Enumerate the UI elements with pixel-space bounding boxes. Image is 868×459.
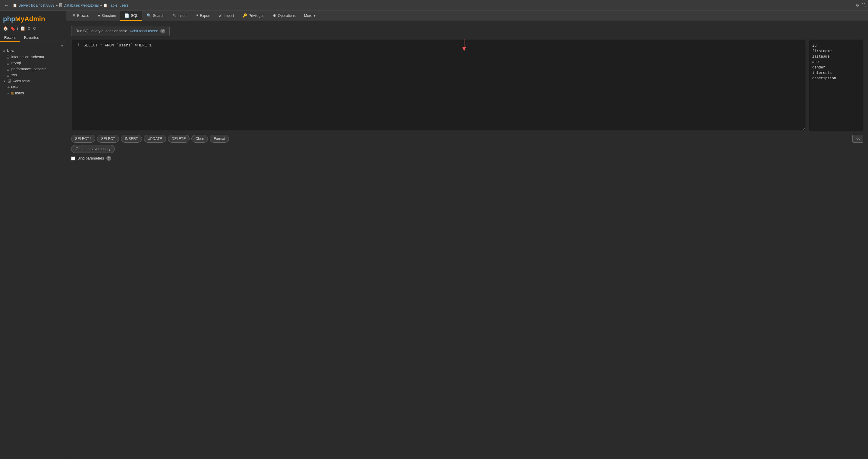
tab-more[interactable]: More ▾ — [300, 11, 320, 21]
browse-tab-icon: ⊞ — [72, 13, 76, 18]
expand-icon[interactable]: ⛶ — [862, 3, 866, 7]
settings-icon[interactable]: ⚙ — [27, 26, 31, 31]
docs-icon[interactable]: 📋 — [20, 26, 25, 31]
sidebar-item-new-global-label: New — [7, 49, 14, 53]
plus-icon-sys: + — [3, 74, 5, 77]
clear-button[interactable]: Clear — [191, 135, 208, 143]
breadcrumb: 📋 Server: localhost:8889 » 🗄 Database: w… — [13, 3, 128, 7]
column-item-lastname[interactable]: lastname — [812, 54, 860, 59]
sidebar-tabs: Recent Favorites — [0, 34, 66, 42]
auto-save-query-button[interactable]: Get auto-saved query — [71, 145, 115, 153]
tab-privileges[interactable]: 🔑 Privileges — [238, 11, 269, 21]
insert-button[interactable]: INSERT — [121, 135, 142, 143]
tab-structure[interactable]: ≡ Structure — [93, 11, 120, 21]
query-header: Run SQL query/queries on table webtutori… — [71, 26, 170, 36]
refresh-icon[interactable]: ↻ — [33, 26, 36, 31]
tab-structure-label: Structure — [101, 13, 116, 18]
sidebar: phpMyAdmin 🏠 🔖 ℹ 📋 ⚙ ↻ Recent Favorites … — [0, 11, 66, 459]
sql-tab-icon: 📄 — [124, 13, 129, 18]
topbar-settings: ⚙ ⛶ — [856, 3, 866, 7]
tab-operations[interactable]: ⚙ Operations — [269, 11, 300, 21]
sidebar-item-new-webtutorial-label: New — [11, 85, 19, 89]
db-icon-info: 🗄 — [6, 55, 10, 59]
bind-params-checkbox[interactable] — [71, 156, 75, 161]
tab-import[interactable]: ↙ Import — [215, 11, 238, 21]
main-layout: phpMyAdmin 🏠 🔖 ℹ 📋 ⚙ ↻ Recent Favorites … — [0, 11, 868, 459]
column-item-interests[interactable]: interests — [812, 70, 860, 76]
columns-panel: id firstname lastname age gender interes… — [809, 40, 863, 131]
db-icon-webtutorial: 🗄 — [7, 79, 11, 83]
info-icon[interactable]: ℹ — [17, 26, 19, 31]
logo-php: php — [3, 15, 15, 23]
plus-icon-perf: + — [3, 67, 5, 71]
sidebar-icons: 🏠 🔖 ℹ 📋 ⚙ ↻ — [3, 25, 63, 33]
bookmark-icon[interactable]: 🔖 — [10, 26, 15, 31]
gear-icon[interactable]: ⚙ — [856, 3, 859, 7]
column-item-firstname[interactable]: firstname — [812, 49, 860, 54]
import-tab-icon: ↙ — [219, 13, 222, 18]
bind-params-help-icon[interactable]: ? — [106, 156, 111, 161]
nav-prev-button[interactable]: << — [852, 135, 863, 143]
tab-sql[interactable]: 📄 SQL — [120, 11, 142, 21]
query-header-table-ref: webtutorial.users: — [130, 29, 158, 33]
sidebar-item-webtutorial[interactable]: ▼ 🗄 webtutorial — [0, 78, 66, 84]
sidebar-tab-favorites[interactable]: Favorites — [20, 34, 43, 41]
column-item-id[interactable]: id — [812, 43, 860, 49]
privileges-tab-icon: 🔑 — [242, 13, 247, 18]
more-chevron-icon: ▾ — [314, 13, 315, 18]
db-icon-mysql: 🗄 — [6, 61, 10, 65]
sidebar-item-sys-label: sys — [11, 73, 17, 77]
sidebar-item-new-webtutorial[interactable]: ⊕ New — [0, 84, 66, 90]
breadcrumb-icon: 📋 — [13, 3, 17, 7]
db-icon-perf: 🗄 — [6, 67, 10, 71]
topbar: ← 📋 Server: localhost:8889 » 🗄 Database:… — [0, 0, 868, 11]
column-item-age[interactable]: age — [812, 59, 860, 65]
plus-icon-users: + — [7, 92, 9, 95]
table-link[interactable]: Table: users — [109, 3, 128, 7]
sidebar-tab-recent[interactable]: Recent — [0, 34, 20, 41]
sidebar-item-new-global[interactable]: ⊕ New — [0, 48, 66, 54]
update-button[interactable]: UPDATE — [144, 135, 166, 143]
query-help-icon[interactable]: ? — [160, 29, 165, 33]
home-icon[interactable]: 🏠 — [3, 26, 8, 31]
tab-export[interactable]: ↗ Export — [191, 11, 215, 21]
sidebar-item-sys[interactable]: + 🗄 sys — [0, 72, 66, 78]
column-item-description[interactable]: description — [812, 76, 860, 81]
insert-tab-icon: ✎ — [173, 13, 176, 18]
expand-icon-webtutorial: ▼ — [3, 80, 6, 83]
select-button[interactable]: SELECT — [97, 135, 119, 143]
tab-more-label: More — [304, 13, 312, 18]
tab-search[interactable]: 🔍 Search — [142, 11, 168, 21]
sidebar-item-information-schema[interactable]: + 🗄 information_schema — [0, 54, 66, 60]
nav-tabs: ⊞ Browse ≡ Structure 📄 SQL 🔍 Search ✎ In… — [66, 11, 868, 21]
db-icon-sys: 🗄 — [6, 73, 10, 77]
sql-toolbar: SELECT * SELECT INSERT UPDATE DELETE Cle… — [71, 135, 863, 143]
select-star-button[interactable]: SELECT * — [71, 135, 95, 143]
search-tab-icon: 🔍 — [147, 13, 151, 18]
content-area: ⊞ Browse ≡ Structure 📄 SQL 🔍 Search ✎ In… — [66, 11, 868, 459]
table-icon-users: ▤ — [10, 91, 13, 95]
operations-tab-icon: ⚙ — [273, 13, 276, 18]
sidebar-item-mysql[interactable]: + 🗄 mysql — [0, 60, 66, 66]
back-button[interactable]: ← — [2, 2, 11, 9]
column-item-gender[interactable]: gender — [812, 65, 860, 70]
tab-import-label: Import — [224, 13, 234, 18]
sidebar-item-webtutorial-label: webtutorial — [13, 79, 30, 83]
tab-browse[interactable]: ⊞ Browse — [68, 11, 93, 21]
breadcrumb-sep-2: » — [100, 3, 102, 7]
database-link[interactable]: Database: webtutorial — [64, 3, 98, 7]
sidebar-item-performance-schema[interactable]: + 🗄 performance_schema — [0, 66, 66, 72]
tab-operations-label: Operations — [278, 13, 296, 18]
sidebar-item-information-schema-label: information_schema — [11, 55, 44, 59]
format-button[interactable]: Format — [210, 135, 229, 143]
sidebar-header: phpMyAdmin 🏠 🔖 ℹ 📋 ⚙ ↻ — [0, 13, 66, 34]
delete-button[interactable]: DELETE — [168, 135, 190, 143]
tab-sql-label: SQL — [131, 13, 138, 18]
sql-editor-container: 1 SELECT * FROM `users` WHERE 1 id first… — [71, 40, 863, 131]
bind-params-section: Bind parameters ? — [71, 156, 863, 161]
sql-editor-textarea[interactable]: SELECT * FROM `users` WHERE 1 — [71, 40, 806, 130]
tab-insert[interactable]: ✎ Insert — [168, 11, 191, 21]
server-link[interactable]: Server: localhost:8889 — [19, 3, 54, 7]
sidebar-item-users[interactable]: + ▤ users — [0, 90, 66, 96]
sidebar-collapse-toggle[interactable]: ∞ — [0, 43, 66, 48]
